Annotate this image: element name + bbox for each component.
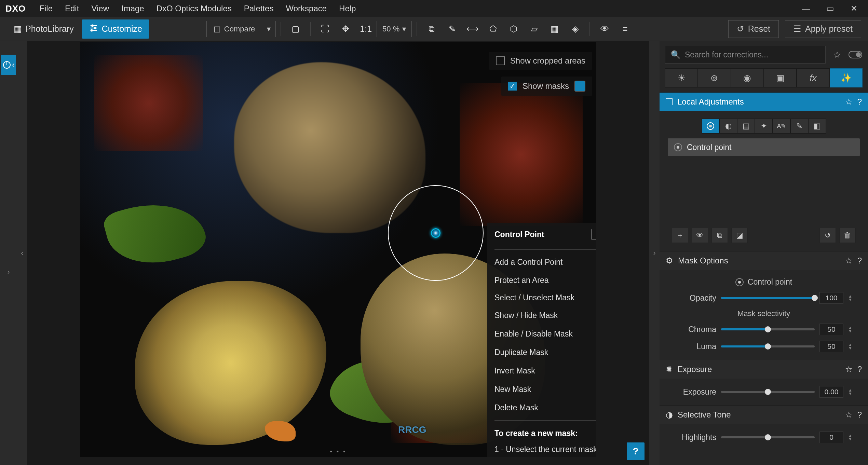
menu-workspace[interactable]: Workspace bbox=[280, 1, 332, 16]
add-mask-button[interactable]: ＋ bbox=[672, 228, 688, 243]
reset-mask-button[interactable]: ↺ bbox=[819, 228, 836, 243]
cat-geometry[interactable]: ▣ bbox=[764, 68, 797, 87]
hide-mask-button[interactable]: 👁 bbox=[692, 228, 708, 243]
duplicate-mask-button[interactable]: ⧉ bbox=[711, 228, 728, 243]
mask-options-header[interactable]: ⚙ Mask Options ☆ ? bbox=[660, 251, 868, 270]
menu-file[interactable]: File bbox=[34, 1, 58, 16]
star-icon[interactable]: ☆ bbox=[845, 97, 853, 107]
prev-image-button[interactable]: ‹ bbox=[17, 41, 27, 465]
la-tool-autoa[interactable]: A✎ bbox=[773, 119, 790, 134]
mask-color-swatch[interactable] bbox=[574, 81, 585, 92]
slider-value[interactable]: 0.00 bbox=[819, 386, 843, 398]
slider-value[interactable]: 100 bbox=[819, 292, 843, 304]
favorite-button[interactable]: ☆ bbox=[830, 47, 844, 62]
show-masks-checkbox[interactable]: ✓ bbox=[508, 82, 517, 91]
la-tool-brush[interactable]: ✎ bbox=[790, 119, 808, 134]
move-button[interactable]: ✥ bbox=[336, 19, 355, 39]
highlights-slider[interactable] bbox=[721, 436, 815, 438]
control-point-center[interactable] bbox=[431, 228, 440, 238]
menu-image[interactable]: Image bbox=[116, 1, 150, 16]
menu-view[interactable]: View bbox=[86, 1, 114, 16]
compare-dropdown[interactable]: ▾ bbox=[262, 21, 275, 37]
popup-row-select[interactable]: Select / Unselect Mask ↻ bbox=[487, 289, 596, 306]
search-input[interactable]: 🔍 Search for corrections... bbox=[665, 46, 826, 64]
opacity-slider[interactable] bbox=[721, 297, 815, 299]
cat-light[interactable]: ☀ bbox=[665, 68, 698, 87]
la-tool-controlline[interactable]: ◐ bbox=[719, 119, 737, 134]
grid-tool[interactable]: ▦ bbox=[545, 19, 564, 39]
minimize-button[interactable]: — bbox=[801, 4, 811, 13]
exposure-header[interactable]: ✺ Exposure ☆ ? bbox=[660, 360, 868, 379]
menu-edit[interactable]: Edit bbox=[59, 1, 84, 16]
spinner[interactable]: ▲▼ bbox=[848, 388, 856, 395]
spinner[interactable]: ▲▼ bbox=[848, 343, 856, 350]
selective-tone-header[interactable]: ◑ Selective Tone ☆ ? bbox=[660, 406, 868, 424]
spinner[interactable]: ▲▼ bbox=[848, 434, 856, 441]
apply-preset-button[interactable]: ☰ Apply preset bbox=[785, 20, 861, 38]
luma-slider[interactable] bbox=[721, 345, 815, 347]
menu-help[interactable]: Help bbox=[334, 1, 361, 16]
popup-row-enable[interactable]: Enable / Disable Mask Shift + H bbox=[487, 325, 596, 343]
one-to-one-button[interactable]: 1:1 bbox=[356, 19, 375, 39]
popup-row-duplicate[interactable]: Duplicate Mask Shift + D bbox=[487, 343, 596, 361]
popup-row-delete[interactable]: Delete Mask Del bbox=[487, 398, 596, 417]
chroma-slider[interactable] bbox=[721, 328, 815, 330]
delete-mask-button[interactable]: 🗑 bbox=[839, 228, 856, 243]
la-tool-autobrush[interactable]: ✦ bbox=[755, 119, 773, 134]
eyedropper-tool[interactable]: ✎ bbox=[443, 19, 462, 39]
zoom-dropdown[interactable]: 50 % ▾ bbox=[377, 21, 412, 37]
slider-value[interactable]: 0 bbox=[819, 432, 843, 443]
popup-row-invert[interactable]: Invert Mask Shift + I bbox=[487, 361, 596, 380]
popup-row-new[interactable]: New Mask Shift + N bbox=[487, 380, 596, 398]
help-icon[interactable]: ? bbox=[857, 97, 862, 107]
exposure-slider[interactable] bbox=[721, 391, 815, 393]
star-icon[interactable]: ☆ bbox=[845, 256, 853, 265]
cat-detail[interactable]: ◉ bbox=[731, 68, 764, 87]
help-icon[interactable]: ? bbox=[857, 256, 862, 265]
menu-optics[interactable]: DxO Optics Modules bbox=[151, 1, 237, 16]
cat-local[interactable]: ✨ bbox=[830, 68, 863, 87]
left-expand-arrow[interactable]: › bbox=[8, 268, 10, 276]
la-tool-controlpoint[interactable] bbox=[702, 119, 719, 134]
mask-item-controlpoint[interactable]: Control point bbox=[668, 138, 860, 156]
slider-value[interactable]: 50 bbox=[819, 341, 843, 352]
menu-palettes[interactable]: Palettes bbox=[239, 1, 279, 16]
perspective-tool-1[interactable]: ⬠ bbox=[484, 19, 503, 39]
spinner[interactable]: ▲▼ bbox=[848, 295, 856, 301]
star-icon[interactable]: ☆ bbox=[845, 365, 853, 374]
popup-row-showhide[interactable]: Show / Hide Mask M bbox=[487, 306, 596, 325]
invert-mask-button[interactable]: ◪ bbox=[731, 228, 748, 243]
la-tool-eraser[interactable]: ◧ bbox=[808, 119, 826, 134]
popup-row-protect[interactable]: Protect an Area Alt + Click bbox=[487, 271, 596, 289]
help-button[interactable]: ? bbox=[627, 442, 645, 460]
repair-tool[interactable]: ◈ bbox=[566, 19, 585, 39]
photolibrary-tab[interactable]: ▦ PhotoLibrary bbox=[7, 19, 81, 39]
filmstrip-handle[interactable]: • • • bbox=[330, 448, 347, 455]
customize-tab[interactable]: Customize bbox=[82, 19, 149, 39]
popup-row-add[interactable]: Add a Control Point bbox=[487, 253, 596, 271]
perspective-tool-2[interactable]: ⬡ bbox=[504, 19, 523, 39]
image-canvas[interactable]: RRCG Show cropped areas ✓ Show masks Con… bbox=[80, 42, 596, 457]
maximize-button[interactable]: ▭ bbox=[825, 4, 835, 13]
horizon-tool[interactable]: ⟷ bbox=[463, 19, 482, 39]
preview-toggle[interactable]: 👁 bbox=[595, 19, 614, 39]
star-icon[interactable]: ☆ bbox=[845, 410, 853, 420]
local-adjustments-header[interactable]: Local Adjustments ☆ ? bbox=[660, 93, 868, 111]
reset-button[interactable]: ↺ Reset bbox=[728, 20, 779, 38]
cat-fx[interactable]: fx bbox=[797, 68, 829, 87]
left-rail-toggle[interactable]: ‹ bbox=[1, 55, 16, 75]
slider-value[interactable]: 50 bbox=[819, 324, 843, 335]
next-image-button[interactable]: › bbox=[649, 41, 660, 465]
la-tool-gradient[interactable]: ▤ bbox=[737, 119, 755, 134]
cat-color[interactable]: ⊚ bbox=[698, 68, 731, 87]
active-only-toggle[interactable] bbox=[848, 47, 863, 62]
show-cropped-checkbox[interactable] bbox=[496, 56, 505, 65]
help-icon[interactable]: ? bbox=[857, 410, 862, 420]
spinner[interactable]: ▲▼ bbox=[848, 326, 856, 333]
help-icon[interactable]: ? bbox=[857, 365, 862, 374]
fit-button[interactable]: ⛶ bbox=[315, 19, 335, 39]
close-button[interactable]: ✕ bbox=[849, 4, 859, 13]
crop-tool[interactable]: ⧉ bbox=[422, 19, 441, 39]
single-view-button[interactable]: ▢ bbox=[286, 19, 305, 39]
histogram-toggle[interactable]: ≡ bbox=[615, 19, 635, 39]
